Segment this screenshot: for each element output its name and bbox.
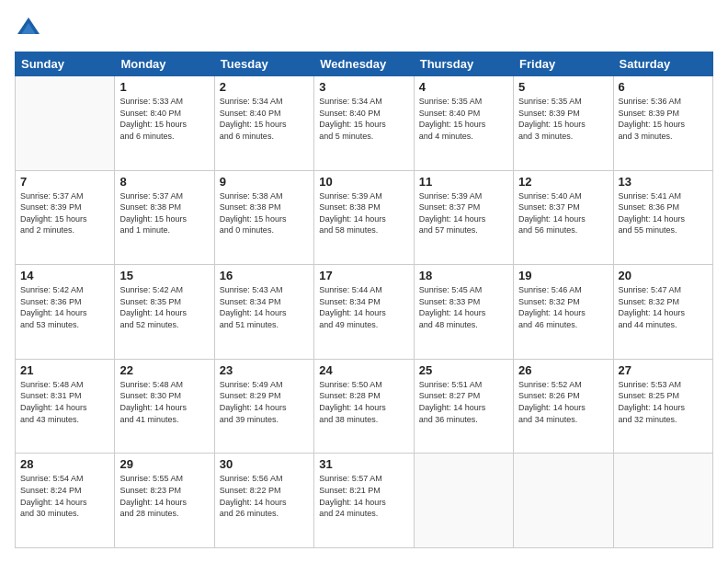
day-info: Sunrise: 5:47 AM Sunset: 8:32 PM Dayligh… <box>619 284 708 330</box>
day-info: Sunrise: 5:34 AM Sunset: 8:40 PM Dayligh… <box>220 96 309 142</box>
day-number: 19 <box>518 269 608 282</box>
day-number: 11 <box>419 175 508 189</box>
day-info: Sunrise: 5:45 AM Sunset: 8:33 PM Dayligh… <box>419 284 508 330</box>
day-info: Sunrise: 5:57 AM Sunset: 8:21 PM Dayligh… <box>319 473 408 519</box>
day-info: Sunrise: 5:52 AM Sunset: 8:26 PM Dayligh… <box>518 379 608 425</box>
day-info: Sunrise: 5:35 AM Sunset: 8:39 PM Dayligh… <box>518 96 608 142</box>
weekday-header: Wednesday <box>314 52 414 76</box>
day-number: 26 <box>518 363 608 377</box>
day-info: Sunrise: 5:41 AM Sunset: 8:36 PM Dayligh… <box>619 190 708 236</box>
day-info: Sunrise: 5:43 AM Sunset: 8:34 PM Dayligh… <box>220 284 309 330</box>
calendar-week-row: 7Sunrise: 5:37 AM Sunset: 8:39 PM Daylig… <box>16 170 713 265</box>
day-info: Sunrise: 5:46 AM Sunset: 8:32 PM Dayligh… <box>518 284 608 330</box>
day-info: Sunrise: 5:37 AM Sunset: 8:38 PM Dayligh… <box>119 190 209 236</box>
calendar-cell: 20Sunrise: 5:47 AM Sunset: 8:32 PM Dayli… <box>613 265 712 360</box>
day-number: 3 <box>319 80 408 94</box>
day-info: Sunrise: 5:53 AM Sunset: 8:25 PM Dayligh… <box>619 379 708 425</box>
day-number: 21 <box>20 363 109 377</box>
day-info: Sunrise: 5:38 AM Sunset: 8:38 PM Dayligh… <box>220 190 309 236</box>
day-info: Sunrise: 5:42 AM Sunset: 8:36 PM Dayligh… <box>20 284 109 330</box>
weekday-header: Saturday <box>613 52 712 76</box>
day-info: Sunrise: 5:34 AM Sunset: 8:40 PM Dayligh… <box>319 96 408 142</box>
logo-icon <box>15 15 42 42</box>
calendar-cell: 13Sunrise: 5:41 AM Sunset: 8:36 PM Dayli… <box>613 170 712 265</box>
day-info: Sunrise: 5:51 AM Sunset: 8:27 PM Dayligh… <box>419 379 508 425</box>
day-number: 12 <box>518 175 608 189</box>
calendar-cell: 10Sunrise: 5:39 AM Sunset: 8:38 PM Dayli… <box>314 170 414 265</box>
day-number: 25 <box>419 363 508 377</box>
calendar-cell: 9Sunrise: 5:38 AM Sunset: 8:38 PM Daylig… <box>214 170 313 265</box>
weekday-header: Friday <box>514 52 613 76</box>
day-number: 31 <box>319 457 408 471</box>
calendar-cell: 16Sunrise: 5:43 AM Sunset: 8:34 PM Dayli… <box>214 265 313 360</box>
calendar-cell: 27Sunrise: 5:53 AM Sunset: 8:25 PM Dayli… <box>613 359 712 454</box>
day-number: 13 <box>619 175 708 189</box>
day-number: 9 <box>220 175 309 189</box>
logo <box>15 15 46 42</box>
calendar-cell: 26Sunrise: 5:52 AM Sunset: 8:26 PM Dayli… <box>514 359 613 454</box>
day-number: 4 <box>419 80 508 94</box>
calendar-cell: 30Sunrise: 5:56 AM Sunset: 8:22 PM Dayli… <box>214 454 313 548</box>
day-number: 30 <box>220 457 309 471</box>
calendar-cell: 24Sunrise: 5:50 AM Sunset: 8:28 PM Dayli… <box>314 359 414 454</box>
page: SundayMondayTuesdayWednesdayThursdayFrid… <box>0 0 728 563</box>
day-info: Sunrise: 5:48 AM Sunset: 8:31 PM Dayligh… <box>20 379 109 425</box>
weekday-header: Thursday <box>414 52 513 76</box>
day-info: Sunrise: 5:50 AM Sunset: 8:28 PM Dayligh… <box>319 379 408 425</box>
day-info: Sunrise: 5:39 AM Sunset: 8:38 PM Dayligh… <box>319 190 408 236</box>
day-number: 6 <box>619 80 708 94</box>
day-info: Sunrise: 5:33 AM Sunset: 8:40 PM Dayligh… <box>119 96 209 142</box>
day-info: Sunrise: 5:40 AM Sunset: 8:37 PM Dayligh… <box>518 190 608 236</box>
calendar-cell: 23Sunrise: 5:49 AM Sunset: 8:29 PM Dayli… <box>214 359 313 454</box>
day-number: 23 <box>220 363 309 377</box>
calendar-cell: 12Sunrise: 5:40 AM Sunset: 8:37 PM Dayli… <box>514 170 613 265</box>
calendar-cell: 29Sunrise: 5:55 AM Sunset: 8:23 PM Dayli… <box>115 454 214 548</box>
calendar: SundayMondayTuesdayWednesdayThursdayFrid… <box>15 52 713 548</box>
calendar-week-row: 1Sunrise: 5:33 AM Sunset: 8:40 PM Daylig… <box>16 76 713 171</box>
calendar-cell: 17Sunrise: 5:44 AM Sunset: 8:34 PM Dayli… <box>314 265 414 360</box>
calendar-body: 1Sunrise: 5:33 AM Sunset: 8:40 PM Daylig… <box>16 76 713 548</box>
calendar-cell: 11Sunrise: 5:39 AM Sunset: 8:37 PM Dayli… <box>414 170 513 265</box>
calendar-cell: 22Sunrise: 5:48 AM Sunset: 8:30 PM Dayli… <box>115 359 214 454</box>
day-info: Sunrise: 5:48 AM Sunset: 8:30 PM Dayligh… <box>119 379 209 425</box>
calendar-cell: 4Sunrise: 5:35 AM Sunset: 8:40 PM Daylig… <box>414 76 513 171</box>
day-number: 2 <box>220 80 309 94</box>
calendar-cell: 21Sunrise: 5:48 AM Sunset: 8:31 PM Dayli… <box>16 359 115 454</box>
day-info: Sunrise: 5:54 AM Sunset: 8:24 PM Dayligh… <box>20 473 109 519</box>
day-info: Sunrise: 5:37 AM Sunset: 8:39 PM Dayligh… <box>20 190 109 236</box>
day-info: Sunrise: 5:44 AM Sunset: 8:34 PM Dayligh… <box>319 284 408 330</box>
day-info: Sunrise: 5:36 AM Sunset: 8:39 PM Dayligh… <box>619 96 708 142</box>
day-number: 5 <box>518 80 608 94</box>
calendar-cell: 1Sunrise: 5:33 AM Sunset: 8:40 PM Daylig… <box>115 76 214 171</box>
calendar-cell <box>414 454 513 548</box>
day-info: Sunrise: 5:49 AM Sunset: 8:29 PM Dayligh… <box>220 379 309 425</box>
calendar-cell: 25Sunrise: 5:51 AM Sunset: 8:27 PM Dayli… <box>414 359 513 454</box>
weekday-row: SundayMondayTuesdayWednesdayThursdayFrid… <box>16 52 713 76</box>
day-info: Sunrise: 5:35 AM Sunset: 8:40 PM Dayligh… <box>419 96 508 142</box>
calendar-cell: 14Sunrise: 5:42 AM Sunset: 8:36 PM Dayli… <box>16 265 115 360</box>
day-info: Sunrise: 5:39 AM Sunset: 8:37 PM Dayligh… <box>419 190 508 236</box>
calendar-cell: 7Sunrise: 5:37 AM Sunset: 8:39 PM Daylig… <box>16 170 115 265</box>
calendar-cell: 15Sunrise: 5:42 AM Sunset: 8:35 PM Dayli… <box>115 265 214 360</box>
calendar-cell: 18Sunrise: 5:45 AM Sunset: 8:33 PM Dayli… <box>414 265 513 360</box>
calendar-cell: 5Sunrise: 5:35 AM Sunset: 8:39 PM Daylig… <box>514 76 613 171</box>
calendar-week-row: 21Sunrise: 5:48 AM Sunset: 8:31 PM Dayli… <box>16 359 713 454</box>
day-number: 29 <box>119 457 209 471</box>
header <box>15 15 713 42</box>
day-number: 16 <box>220 269 309 282</box>
day-number: 10 <box>319 175 408 189</box>
day-number: 20 <box>619 269 708 282</box>
day-number: 7 <box>20 175 109 189</box>
weekday-header: Monday <box>115 52 214 76</box>
day-info: Sunrise: 5:55 AM Sunset: 8:23 PM Dayligh… <box>119 473 209 519</box>
calendar-cell: 19Sunrise: 5:46 AM Sunset: 8:32 PM Dayli… <box>514 265 613 360</box>
calendar-cell: 28Sunrise: 5:54 AM Sunset: 8:24 PM Dayli… <box>16 454 115 548</box>
day-number: 8 <box>119 175 209 189</box>
calendar-cell <box>514 454 613 548</box>
day-number: 1 <box>119 80 209 94</box>
day-number: 24 <box>319 363 408 377</box>
day-number: 22 <box>119 363 209 377</box>
day-info: Sunrise: 5:56 AM Sunset: 8:22 PM Dayligh… <box>220 473 309 519</box>
calendar-cell: 6Sunrise: 5:36 AM Sunset: 8:39 PM Daylig… <box>613 76 712 171</box>
day-number: 18 <box>419 269 508 282</box>
